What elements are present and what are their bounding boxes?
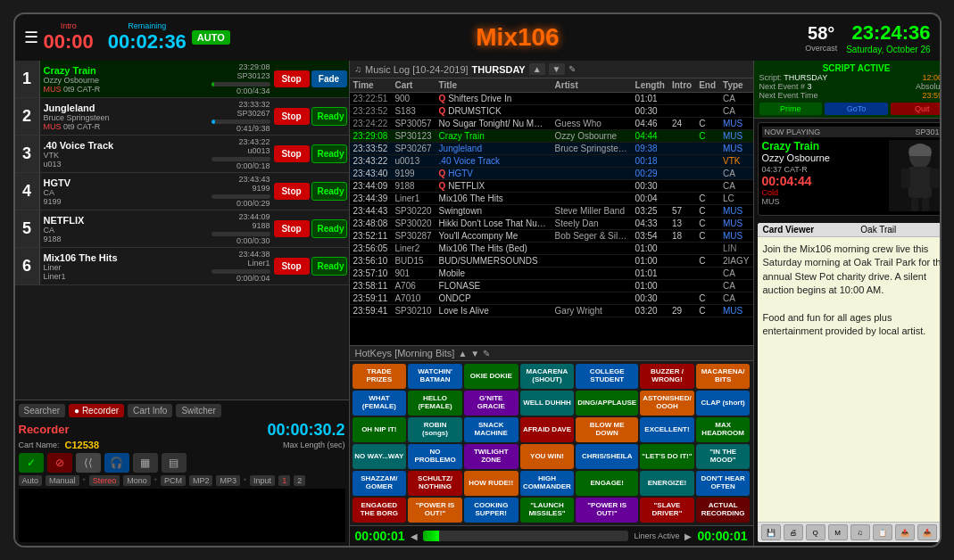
log-row-3[interactable]: 23:29:08 SP30123 Crazy Train Ozzy Osbour… <box>350 130 753 143</box>
log-down-btn[interactable]: ▼ <box>549 63 565 75</box>
deck-ready-btn-6[interactable]: Ready <box>311 257 347 276</box>
log-row-11[interactable]: 23:52:11 SP30287 You'll Accompny Me Bob … <box>350 230 753 243</box>
log-row-12[interactable]: 23:56:05 Liner2 Mix106 The Hits (Bed) 01… <box>350 243 753 255</box>
tab-switcher[interactable]: Switcher <box>176 404 220 417</box>
hotkey-btn-4[interactable]: COLLEGE STUDENT <box>576 364 638 389</box>
hotkey-btn-30[interactable]: HOW RUDE!! <box>464 471 518 496</box>
rec-opt-mono[interactable]: Mono <box>123 475 151 486</box>
prime-button[interactable]: Prime <box>759 103 823 115</box>
log-row-9[interactable]: 23:44:43 SP30220 Swingtown Steve Miller … <box>350 205 753 218</box>
hotkey-btn-12[interactable]: ASTONISHED/ OOOH <box>640 391 694 416</box>
hotkey-btn-5[interactable]: BUZZER / WRONG! <box>640 364 694 389</box>
rec-check-btn[interactable]: ✓ <box>19 453 44 473</box>
hotkey-btn-40[interactable]: "SLAVE DRIVER" <box>640 498 694 523</box>
auto-badge[interactable]: AUTO <box>192 30 230 45</box>
rec-opt-manual[interactable]: Manual <box>46 475 79 486</box>
rec-opt-mp2[interactable]: MP2 <box>189 475 213 486</box>
menu-icon[interactable]: ☰ <box>24 28 38 47</box>
deck-stop-btn-4[interactable]: Stop <box>274 183 310 200</box>
timeline-bar-track[interactable] <box>423 531 629 541</box>
log-row-0[interactable]: 23:22:51 900 Q Shifters Drive In 01:01 C… <box>350 93 753 105</box>
rec-opt-input[interactable]: Input <box>250 475 275 486</box>
tab-recorder[interactable]: ● Recorder <box>69 404 124 417</box>
hotkey-btn-24[interactable]: YOU WIN! <box>520 444 575 469</box>
cv-q-btn[interactable]: Q <box>806 524 825 540</box>
hotkey-btn-14[interactable]: OH NIP IT! <box>353 417 407 442</box>
rec-extra-btn[interactable]: ▤ <box>162 453 187 473</box>
hotkey-btn-36[interactable]: "POWER IS OUT!" <box>408 498 462 523</box>
hotkey-btn-3[interactable]: MACARENA (SHOUT) <box>520 364 575 389</box>
hotkey-btn-18[interactable]: BLOW ME DOWN <box>576 417 638 442</box>
rec-opt-input1[interactable]: 1 <box>278 475 290 486</box>
hotkey-btn-25[interactable]: CHRIS/SHEILA <box>576 444 638 469</box>
deck-stop-btn-3[interactable]: Stop <box>274 145 310 162</box>
log-up-btn[interactable]: ▲ <box>529 63 545 75</box>
rec-opt-mp3[interactable]: MP3 <box>216 475 240 486</box>
deck-ready-btn-5[interactable]: Ready <box>311 219 347 238</box>
hotkey-btn-11[interactable]: DING/APPLAUSE <box>576 391 638 416</box>
hotkey-btn-21[interactable]: NO WAY...WAY <box>353 444 407 469</box>
deck-stop-btn-2[interactable]: Stop <box>274 108 310 125</box>
hotkey-btn-19[interactable]: EXCELLENT! <box>640 417 694 442</box>
rec-monitor-btn[interactable]: ▦ <box>133 453 158 473</box>
deck-ready-btn-4[interactable]: Ready <box>311 182 347 201</box>
log-row-15[interactable]: 23:58:11 A706 FLONASE 01:00 CA <box>350 280 753 292</box>
hotkey-btn-1[interactable]: WATCHIN' BATMAN <box>408 364 462 389</box>
hotkey-btn-37[interactable]: COOKING SUPPER! <box>464 498 518 523</box>
hotkey-btn-17[interactable]: AFRAID DAVE <box>520 417 575 442</box>
rec-rewind-btn[interactable]: ⟨⟨ <box>76 453 101 473</box>
rec-opt-stereo[interactable]: Stereo <box>89 475 120 486</box>
hotkey-btn-28[interactable]: SHAZZAM/ GOMER <box>353 471 407 496</box>
log-row-10[interactable]: 23:48:08 SP30020 Hikki Don't Lose That N… <box>350 218 753 230</box>
hotkey-btn-32[interactable]: ENGAGE! <box>576 471 638 496</box>
rec-opt-pcm[interactable]: PCM <box>161 475 186 486</box>
log-row-6[interactable]: 23:43:40 9199 Q HGTV 00:29 CA <box>350 168 753 180</box>
rec-stop-btn[interactable]: ⊘ <box>47 453 72 473</box>
quit-button[interactable]: Quit <box>891 103 940 115</box>
hotkey-btn-27[interactable]: "IN THE MOOD" <box>696 444 751 469</box>
log-row-16[interactable]: 23:59:11 A7010 ONDCP 00:30 C CA <box>350 292 753 305</box>
log-row-8[interactable]: 23:44:39 Liner1 Mix106 The Hits 00:04 C … <box>350 193 753 205</box>
deck-stop-btn-6[interactable]: Stop <box>274 258 310 275</box>
hotkey-btn-39[interactable]: "POWER IS OUT!" <box>576 498 638 523</box>
log-table-container[interactable]: Time Cart Title Artist Length Intro End … <box>350 78 753 345</box>
deck-fade-btn-1[interactable]: Fade <box>311 70 347 87</box>
cv-export-btn[interactable]: 📤 <box>895 524 915 540</box>
hotkey-btn-34[interactable]: DON'T HEAR OFTEN <box>696 471 751 496</box>
log-row-7[interactable]: 23:44:09 9188 Q NETFLIX 00:30 CA <box>350 180 753 193</box>
cv-import-btn[interactable]: 📥 <box>917 524 937 540</box>
rec-opt-input2[interactable]: 2 <box>294 475 305 486</box>
hotkey-btn-16[interactable]: SNACK MACHINE <box>464 417 518 442</box>
hotkey-btn-13[interactable]: CLAP (short) <box>696 391 751 416</box>
hotkey-btn-41[interactable]: ACTUAL RECORDING <box>696 498 751 523</box>
cv-save-btn[interactable]: 💾 <box>761 524 781 540</box>
tab-cart-info[interactable]: Cart Info <box>128 404 172 417</box>
hotkey-btn-6[interactable]: MACARENA/ BITS <box>696 364 751 389</box>
rec-opt-auto[interactable]: Auto <box>19 475 43 486</box>
cv-clipboard-btn[interactable]: 📋 <box>873 524 892 540</box>
log-row-5[interactable]: 23:43:22 u0013 .40 Voice Track 00:18 VTK <box>350 155 753 168</box>
hotkey-btn-9[interactable]: G'NITE GRACIE <box>464 391 518 416</box>
cv-print-btn[interactable]: 🖨 <box>784 524 803 540</box>
log-row-17[interactable]: 23:59:41 SP30210 Love Is Alive Gary Wrig… <box>350 305 753 317</box>
goto-button[interactable]: GoTo <box>825 103 888 115</box>
hotkey-btn-0[interactable]: TRADE PRIZES <box>353 364 407 389</box>
hotkey-btn-31[interactable]: HIGH COMMANDER <box>520 471 575 496</box>
hotkey-btn-22[interactable]: NO PROBLEMO <box>408 444 462 469</box>
cv-music-btn[interactable]: ♫ <box>850 524 870 540</box>
hotkey-btn-20[interactable]: MAX HEADROOM <box>696 417 751 442</box>
log-row-13[interactable]: 23:56:10 BUD15 BUD/SUMMERSOUNDS 01:00 C … <box>350 255 753 268</box>
rec-headphones-btn[interactable]: 🎧 <box>104 453 129 473</box>
hotkey-btn-10[interactable]: WELL DUHHH <box>520 391 575 416</box>
hotkey-btn-33[interactable]: ENERGIZE! <box>640 471 694 496</box>
log-edit-icon[interactable]: ✎ <box>568 64 576 74</box>
deck-ready-btn-2[interactable]: Ready <box>311 107 347 126</box>
cv-m-btn[interactable]: M <box>828 524 848 540</box>
hotkey-btn-7[interactable]: WHAT (FEMALE) <box>353 391 407 416</box>
hotkeys-down-btn[interactable]: ▼ <box>470 349 479 358</box>
deck-stop-btn-1[interactable]: Stop <box>274 70 310 87</box>
hotkey-btn-2[interactable]: OKIE DOKIE <box>464 364 518 389</box>
log-row-14[interactable]: 23:57:10 901 Mobile 01:01 CA <box>350 268 753 280</box>
tab-searcher[interactable]: Searcher <box>19 404 66 417</box>
log-row-1[interactable]: 23:23:52 S183 Q DRUMSTICK 00:30 CA <box>350 105 753 118</box>
